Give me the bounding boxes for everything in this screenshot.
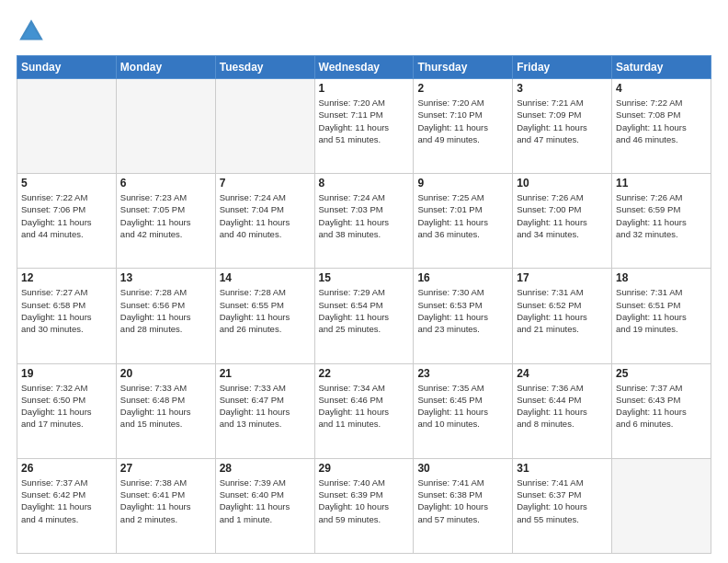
calendar-cell: 5Sunrise: 7:22 AM Sunset: 7:06 PM Daylig…: [17, 174, 117, 269]
day-number: 25: [616, 367, 707, 380]
day-number: 26: [21, 462, 112, 475]
calendar-cell: 19Sunrise: 7:32 AM Sunset: 6:50 PM Dayli…: [17, 363, 117, 458]
day-info: Sunrise: 7:27 AM Sunset: 6:58 PM Dayligh…: [21, 286, 112, 335]
day-info: Sunrise: 7:32 AM Sunset: 6:50 PM Dayligh…: [21, 382, 112, 431]
calendar-cell: 8Sunrise: 7:24 AM Sunset: 7:03 PM Daylig…: [314, 174, 414, 269]
day-number: 22: [319, 367, 410, 380]
weekday-header-monday: Monday: [116, 56, 215, 79]
calendar-week-1: 1Sunrise: 7:20 AM Sunset: 7:11 PM Daylig…: [17, 79, 711, 174]
day-info: Sunrise: 7:33 AM Sunset: 6:48 PM Dayligh…: [120, 382, 211, 431]
day-number: 30: [417, 462, 508, 475]
day-info: Sunrise: 7:22 AM Sunset: 7:08 PM Dayligh…: [616, 97, 707, 145]
day-info: Sunrise: 7:40 AM Sunset: 6:39 PM Dayligh…: [319, 477, 410, 525]
calendar-cell: 25Sunrise: 7:37 AM Sunset: 6:43 PM Dayli…: [612, 363, 711, 458]
day-number: 28: [220, 462, 311, 475]
calendar-cell: 31Sunrise: 7:41 AM Sunset: 6:37 PM Dayli…: [513, 458, 612, 553]
calendar-cell: [116, 79, 215, 174]
day-info: Sunrise: 7:41 AM Sunset: 6:38 PM Dayligh…: [417, 477, 508, 525]
day-number: 17: [517, 271, 608, 284]
day-number: 21: [220, 367, 311, 380]
day-info: Sunrise: 7:33 AM Sunset: 6:47 PM Dayligh…: [220, 382, 311, 431]
calendar-table: SundayMondayTuesdayWednesdayThursdayFrid…: [17, 55, 711, 554]
day-number: 6: [120, 177, 211, 190]
day-info: Sunrise: 7:26 AM Sunset: 7:00 PM Dayligh…: [517, 191, 608, 240]
day-number: 18: [616, 271, 707, 284]
day-info: Sunrise: 7:37 AM Sunset: 6:43 PM Dayligh…: [616, 382, 707, 431]
day-number: 4: [616, 82, 707, 95]
calendar-cell: 22Sunrise: 7:34 AM Sunset: 6:46 PM Dayli…: [314, 363, 414, 458]
weekday-header-tuesday: Tuesday: [215, 56, 314, 79]
day-info: Sunrise: 7:41 AM Sunset: 6:37 PM Dayligh…: [517, 477, 608, 525]
day-number: 1: [319, 82, 410, 95]
weekday-header-friday: Friday: [513, 56, 612, 79]
header: [17, 17, 711, 46]
day-number: 31: [517, 462, 608, 475]
calendar-week-4: 19Sunrise: 7:32 AM Sunset: 6:50 PM Dayli…: [17, 363, 711, 458]
calendar-cell: 18Sunrise: 7:31 AM Sunset: 6:51 PM Dayli…: [612, 269, 711, 363]
day-number: 3: [517, 82, 608, 95]
calendar-cell: 17Sunrise: 7:31 AM Sunset: 6:52 PM Dayli…: [513, 269, 612, 363]
calendar-header-row: SundayMondayTuesdayWednesdayThursdayFrid…: [17, 56, 711, 79]
day-info: Sunrise: 7:24 AM Sunset: 7:04 PM Dayligh…: [220, 191, 311, 240]
weekday-header-sunday: Sunday: [17, 56, 117, 79]
calendar-cell: 9Sunrise: 7:25 AM Sunset: 7:01 PM Daylig…: [414, 174, 513, 269]
day-info: Sunrise: 7:28 AM Sunset: 6:56 PM Dayligh…: [120, 286, 211, 335]
calendar-cell: 4Sunrise: 7:22 AM Sunset: 7:08 PM Daylig…: [612, 79, 711, 174]
calendar-cell: 13Sunrise: 7:28 AM Sunset: 6:56 PM Dayli…: [116, 269, 215, 363]
day-number: 10: [517, 177, 608, 190]
day-number: 12: [21, 271, 112, 284]
day-number: 23: [417, 367, 508, 380]
day-info: Sunrise: 7:31 AM Sunset: 6:51 PM Dayligh…: [616, 286, 707, 335]
day-info: Sunrise: 7:38 AM Sunset: 6:41 PM Dayligh…: [120, 477, 211, 525]
day-number: 7: [220, 177, 311, 190]
day-info: Sunrise: 7:20 AM Sunset: 7:11 PM Dayligh…: [319, 97, 410, 145]
day-info: Sunrise: 7:24 AM Sunset: 7:03 PM Dayligh…: [319, 191, 410, 240]
calendar-cell: 20Sunrise: 7:33 AM Sunset: 6:48 PM Dayli…: [116, 363, 215, 458]
day-info: Sunrise: 7:20 AM Sunset: 7:10 PM Dayligh…: [417, 97, 508, 145]
calendar-week-3: 12Sunrise: 7:27 AM Sunset: 6:58 PM Dayli…: [17, 269, 711, 363]
calendar-cell: 16Sunrise: 7:30 AM Sunset: 6:53 PM Dayli…: [414, 269, 513, 363]
weekday-header-thursday: Thursday: [414, 56, 513, 79]
calendar-cell: [215, 79, 314, 174]
day-info: Sunrise: 7:23 AM Sunset: 7:05 PM Dayligh…: [120, 191, 211, 240]
logo: [17, 17, 51, 46]
day-number: 13: [120, 271, 211, 284]
day-number: 16: [417, 271, 508, 284]
calendar-cell: 11Sunrise: 7:26 AM Sunset: 6:59 PM Dayli…: [612, 174, 711, 269]
day-number: 24: [517, 367, 608, 380]
calendar-cell: [17, 79, 117, 174]
day-number: 9: [417, 177, 508, 190]
calendar-cell: [612, 458, 711, 553]
calendar-cell: 6Sunrise: 7:23 AM Sunset: 7:05 PM Daylig…: [116, 174, 215, 269]
day-number: 15: [319, 271, 410, 284]
calendar-cell: 7Sunrise: 7:24 AM Sunset: 7:04 PM Daylig…: [215, 174, 314, 269]
day-info: Sunrise: 7:29 AM Sunset: 6:54 PM Dayligh…: [319, 286, 410, 335]
page: SundayMondayTuesdayWednesdayThursdayFrid…: [0, 0, 728, 563]
calendar-cell: 27Sunrise: 7:38 AM Sunset: 6:41 PM Dayli…: [116, 458, 215, 553]
day-info: Sunrise: 7:25 AM Sunset: 7:01 PM Dayligh…: [417, 191, 508, 240]
day-info: Sunrise: 7:22 AM Sunset: 7:06 PM Dayligh…: [21, 191, 112, 240]
day-number: 20: [120, 367, 211, 380]
logo-icon: [17, 17, 46, 46]
day-number: 19: [21, 367, 112, 380]
day-info: Sunrise: 7:30 AM Sunset: 6:53 PM Dayligh…: [417, 286, 508, 335]
day-info: Sunrise: 7:39 AM Sunset: 6:40 PM Dayligh…: [220, 477, 311, 525]
day-info: Sunrise: 7:34 AM Sunset: 6:46 PM Dayligh…: [319, 382, 410, 431]
day-number: 27: [120, 462, 211, 475]
calendar-cell: 14Sunrise: 7:28 AM Sunset: 6:55 PM Dayli…: [215, 269, 314, 363]
weekday-header-wednesday: Wednesday: [314, 56, 414, 79]
day-info: Sunrise: 7:28 AM Sunset: 6:55 PM Dayligh…: [220, 286, 311, 335]
day-number: 2: [417, 82, 508, 95]
calendar-cell: 29Sunrise: 7:40 AM Sunset: 6:39 PM Dayli…: [314, 458, 414, 553]
day-number: 8: [319, 177, 410, 190]
calendar-cell: 15Sunrise: 7:29 AM Sunset: 6:54 PM Dayli…: [314, 269, 414, 363]
calendar-cell: 30Sunrise: 7:41 AM Sunset: 6:38 PM Dayli…: [414, 458, 513, 553]
day-info: Sunrise: 7:37 AM Sunset: 6:42 PM Dayligh…: [21, 477, 112, 525]
calendar-cell: 28Sunrise: 7:39 AM Sunset: 6:40 PM Dayli…: [215, 458, 314, 553]
day-info: Sunrise: 7:31 AM Sunset: 6:52 PM Dayligh…: [517, 286, 608, 335]
calendar-cell: 3Sunrise: 7:21 AM Sunset: 7:09 PM Daylig…: [513, 79, 612, 174]
calendar-cell: 12Sunrise: 7:27 AM Sunset: 6:58 PM Dayli…: [17, 269, 117, 363]
weekday-header-saturday: Saturday: [612, 56, 711, 79]
day-info: Sunrise: 7:21 AM Sunset: 7:09 PM Dayligh…: [517, 97, 608, 145]
day-info: Sunrise: 7:26 AM Sunset: 6:59 PM Dayligh…: [616, 191, 707, 240]
